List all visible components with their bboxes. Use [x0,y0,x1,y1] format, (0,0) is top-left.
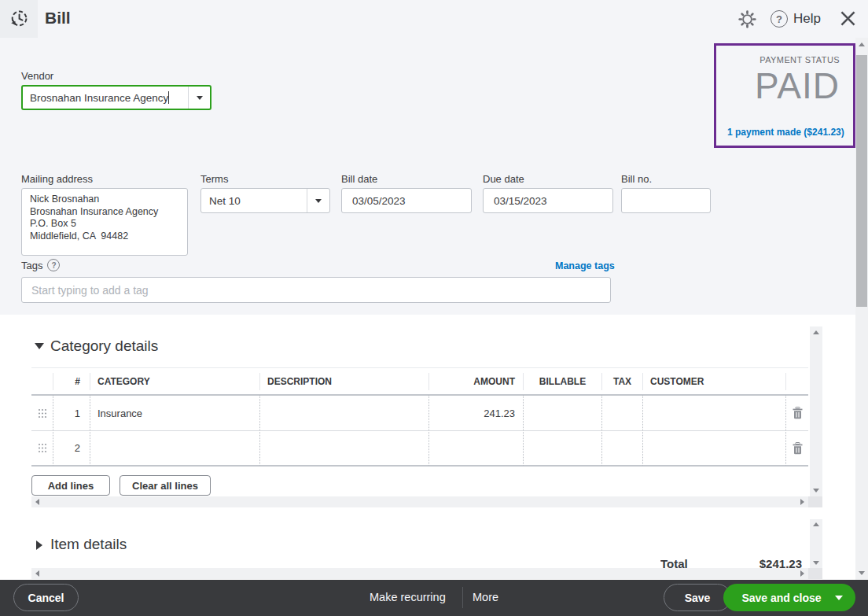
table-row: 1 Insurance 241.23 [31,396,808,431]
vendor-label: Vendor [21,70,53,82]
gear-icon [737,9,757,29]
page-vertical-scrollbar[interactable] [855,38,868,580]
cell-category[interactable]: Insurance [90,396,260,431]
drag-handle-icon [38,408,47,419]
close-button[interactable] [837,7,859,29]
cell-amount[interactable] [429,430,524,466]
make-recurring-button[interactable]: Make recurring [370,591,446,603]
add-lines-button[interactable]: Add lines [31,475,110,496]
item-horizontal-scrollbar[interactable] [31,568,808,579]
category-details-collapse-icon[interactable] [35,343,44,349]
cell-billable[interactable] [524,430,602,466]
text-cursor [168,91,169,104]
payment-status-label: PAYMENT STATUS [727,55,840,65]
chevron-down-icon [197,96,203,100]
tags-label: Tags [21,260,42,271]
cell-billable[interactable] [524,396,602,431]
row-delete-button[interactable] [786,430,808,466]
settings-button[interactable] [736,8,758,30]
save-and-close-label: Save and close [723,592,835,604]
header-drag-column [31,373,53,390]
scroll-up-arrow[interactable] [813,522,819,526]
tags-help-icon[interactable]: ? [47,259,60,271]
category-vertical-scrollbar[interactable] [810,326,822,496]
bill-no-label: Bill no. [621,173,652,185]
clear-all-lines-button[interactable]: Clear all lines [120,475,211,496]
more-button[interactable]: More [473,591,498,603]
page-title: Bill [45,9,71,28]
scrollbar-thumb[interactable] [856,55,867,307]
row-delete-button[interactable] [786,396,808,431]
header-customer: CUSTOMER [643,373,786,390]
scroll-down-arrow[interactable] [813,489,819,492]
scroll-down-arrow[interactable] [813,561,819,565]
tags-label-row: Tags ? [21,259,60,271]
save-and-close-button[interactable]: Save and close [723,584,855,611]
header-description: DESCRIPTION [260,373,429,390]
category-horizontal-scrollbar[interactable] [31,496,808,507]
scroll-right-arrow[interactable] [800,499,804,505]
bill-form-window: Bill ? Help [0,0,868,616]
bill-no-input[interactable] [621,188,711,213]
cell-tax[interactable] [602,396,643,431]
header-tax: TAX [602,373,643,390]
save-button[interactable]: Save [664,584,731,611]
vendor-combobox[interactable]: Brosnahan Insurance Agency [21,85,211,110]
manage-tags-link[interactable]: Manage tags [555,260,615,271]
cell-tax[interactable] [602,430,643,466]
header-billable: BILLABLE [524,373,602,390]
row-drag-handle[interactable] [31,430,53,466]
payments-made-link[interactable]: 1 payment made ($241.23) [727,127,844,138]
scroll-up-arrow[interactable] [813,330,819,334]
bill-date-input[interactable] [341,188,472,213]
trash-icon [793,407,803,419]
table-header-row: # CATEGORY DESCRIPTION AMOUNT BILLABLE T… [31,367,808,396]
cell-customer[interactable] [643,396,786,431]
trash-icon [793,442,803,455]
help-question-icon: ? [771,10,788,28]
terms-label: Terms [200,173,228,185]
category-details-table: # CATEGORY DESCRIPTION AMOUNT BILLABLE T… [31,367,808,467]
history-clock-icon [8,8,30,30]
cell-line-number: 2 [53,430,90,466]
bill-history-tile[interactable] [0,0,38,38]
row-drag-handle[interactable] [31,396,53,431]
item-details-expand-icon[interactable] [36,540,42,550]
terms-select[interactable]: Net 10 [200,188,330,213]
footer-divider [462,587,463,608]
cell-description[interactable] [260,396,429,431]
header-delete-column [786,373,808,390]
due-date-label: Due date [483,173,524,185]
header-amount: AMOUNT [429,373,524,390]
item-vertical-scrollbar[interactable] [810,519,822,568]
vendor-dropdown-button[interactable] [188,87,210,109]
table-row: 2 [31,431,808,467]
scroll-down-arrow[interactable] [859,571,865,575]
terms-dropdown-button[interactable] [307,189,329,212]
chevron-down-icon [315,199,322,203]
help-label: Help [793,11,821,27]
scrollbar-corner [808,568,822,579]
cell-line-number: 1 [53,396,90,431]
scroll-left-arrow[interactable] [35,570,39,577]
cell-amount[interactable]: 241.23 [429,396,524,431]
scrollbar-corner [808,496,822,507]
mailing-address-label: Mailing address [21,173,93,185]
chevron-down-icon[interactable] [835,596,843,600]
mailing-address-field[interactable]: Nick Brosnahan Brosnahan Insurance Agenc… [21,188,188,256]
tags-input[interactable] [21,277,611,303]
scroll-up-arrow[interactable] [859,42,865,46]
cell-category[interactable] [90,430,260,466]
drag-handle-icon [38,443,47,453]
due-date-input[interactable] [483,188,613,213]
bill-date-label: Bill date [341,173,377,185]
cell-description[interactable] [260,430,429,466]
scroll-right-arrow[interactable] [800,570,804,577]
total-value: $241.23 [760,557,802,568]
cell-customer[interactable] [643,430,786,466]
category-details-title: Category details [50,338,158,355]
scroll-left-arrow[interactable] [35,499,39,505]
cancel-button[interactable]: Cancel [13,584,79,611]
help-button[interactable]: ? Help [771,8,821,30]
total-label: Total [660,557,688,568]
